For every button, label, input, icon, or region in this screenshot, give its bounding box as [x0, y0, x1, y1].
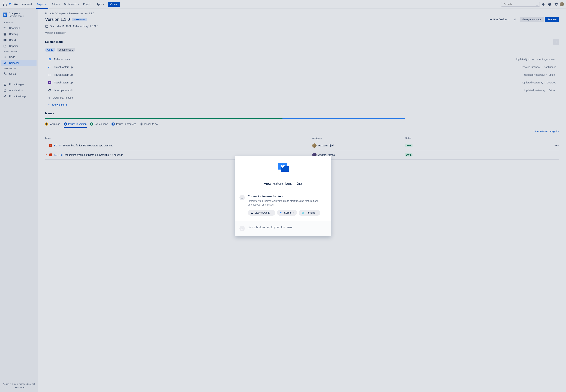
svg-rect-32 [278, 163, 278, 178]
harness-icon [301, 211, 304, 214]
step-description: Integrate your team's tools with Jira to… [248, 199, 327, 207]
modal-overlay[interactable]: View feature flags in Jira 1 Connect a f… [0, 0, 566, 392]
splitio-icon [280, 211, 283, 214]
step-title: Link a feature flag to your Jira issue [248, 226, 327, 229]
plus-icon: + [271, 211, 273, 214]
tool-splitio[interactable]: Split.io + [277, 210, 297, 216]
feature-flags-modal: View feature flags in Jira 1 Connect a f… [235, 156, 331, 236]
step-number: 1 [240, 195, 245, 200]
modal-title: View feature flags in Jira [240, 182, 327, 186]
launchdarkly-icon [250, 211, 254, 214]
step-title: Connect a feature flag tool [248, 195, 327, 198]
flag-illustration [274, 161, 292, 179]
tool-launchdarkly[interactable]: LaunchDarkly + [248, 210, 275, 216]
plus-icon: + [316, 211, 318, 214]
plus-icon: + [293, 211, 294, 214]
tool-harness[interactable]: Harness + [299, 210, 320, 216]
modal-step-1: 1 Connect a feature flag tool Integrate … [235, 190, 331, 221]
modal-step-2: 2 Link a feature flag to your Jira issue [235, 221, 331, 236]
step-number: 2 [240, 226, 245, 231]
